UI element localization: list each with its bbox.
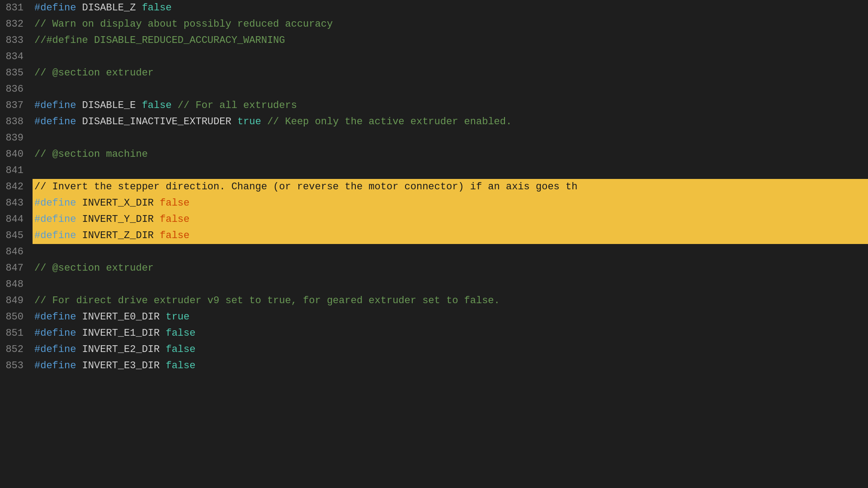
line-content: #define DISABLE_E false // For all extru… bbox=[33, 98, 868, 114]
line-content: // @section machine bbox=[33, 146, 868, 163]
line-number: 845 bbox=[0, 228, 33, 244]
line-content: //#define DISABLE_REDUCED_ACCURACY_WARNI… bbox=[33, 33, 868, 49]
code-line: 846 bbox=[0, 244, 868, 260]
code-line: 832// Warn on display about possibly red… bbox=[0, 16, 868, 33]
line-number: 834 bbox=[0, 49, 33, 65]
code-line: 849// For direct drive extruder v9 set t… bbox=[0, 293, 868, 309]
line-number: 836 bbox=[0, 81, 33, 98]
code-editor[interactable]: 831#define DISABLE_Z false832// Warn on … bbox=[0, 0, 868, 488]
line-content: #define INVERT_X_DIR false bbox=[33, 195, 868, 211]
code-line: 845#define INVERT_Z_DIR false bbox=[0, 228, 868, 244]
code-line: 843#define INVERT_X_DIR false bbox=[0, 195, 868, 211]
code-line: 837#define DISABLE_E false // For all ex… bbox=[0, 98, 868, 114]
code-line: 831#define DISABLE_Z false bbox=[0, 0, 868, 16]
line-number: 840 bbox=[0, 146, 33, 163]
code-line: 847// @section extruder bbox=[0, 260, 868, 277]
code-line: 851#define INVERT_E1_DIR false bbox=[0, 325, 868, 342]
line-number: 831 bbox=[0, 0, 33, 16]
line-content: #define INVERT_E2_DIR false bbox=[33, 342, 868, 358]
line-number: 839 bbox=[0, 130, 33, 146]
code-line: 836 bbox=[0, 81, 868, 98]
line-number: 853 bbox=[0, 358, 33, 374]
code-line: 839 bbox=[0, 130, 868, 146]
line-content: // Invert the stepper direction. Change … bbox=[33, 179, 868, 195]
code-line: 841 bbox=[0, 163, 868, 179]
line-number: 844 bbox=[0, 211, 33, 228]
line-content: // For direct drive extruder v9 set to t… bbox=[33, 293, 868, 309]
line-content: #define DISABLE_Z false bbox=[33, 0, 868, 16]
line-number: 849 bbox=[0, 293, 33, 309]
line-number: 833 bbox=[0, 33, 33, 49]
line-number: 852 bbox=[0, 342, 33, 358]
line-content: // @section extruder bbox=[33, 260, 868, 277]
line-number: 842 bbox=[0, 179, 33, 195]
line-content: // @section extruder bbox=[33, 65, 868, 81]
line-content: // Warn on display about possibly reduce… bbox=[33, 16, 868, 33]
line-content: #define DISABLE_INACTIVE_EXTRUDER true /… bbox=[33, 114, 868, 130]
code-line: 835// @section extruder bbox=[0, 65, 868, 81]
line-content: #define INVERT_E0_DIR true bbox=[33, 309, 868, 325]
line-number: 832 bbox=[0, 16, 33, 33]
line-number: 847 bbox=[0, 260, 33, 277]
line-number: 838 bbox=[0, 114, 33, 130]
code-line: 833//#define DISABLE_REDUCED_ACCURACY_WA… bbox=[0, 33, 868, 49]
code-line: 834 bbox=[0, 49, 868, 65]
code-line: 850#define INVERT_E0_DIR true bbox=[0, 309, 868, 325]
code-line: 852#define INVERT_E2_DIR false bbox=[0, 342, 868, 358]
line-number: 843 bbox=[0, 195, 33, 211]
line-number: 841 bbox=[0, 163, 33, 179]
code-line: 842// Invert the stepper direction. Chan… bbox=[0, 179, 868, 195]
line-number: 851 bbox=[0, 325, 33, 342]
line-number: 850 bbox=[0, 309, 33, 325]
code-line: 840// @section machine bbox=[0, 146, 868, 163]
line-number: 835 bbox=[0, 65, 33, 81]
line-content: #define INVERT_E3_DIR false bbox=[33, 358, 868, 374]
code-line: 853#define INVERT_E3_DIR false bbox=[0, 358, 868, 374]
line-content: #define INVERT_Y_DIR false bbox=[33, 211, 868, 228]
line-content: #define INVERT_E1_DIR false bbox=[33, 325, 868, 342]
line-content: #define INVERT_Z_DIR false bbox=[33, 228, 868, 244]
code-line: 838#define DISABLE_INACTIVE_EXTRUDER tru… bbox=[0, 114, 868, 130]
line-number: 837 bbox=[0, 98, 33, 114]
code-line: 848 bbox=[0, 277, 868, 293]
line-number: 846 bbox=[0, 244, 33, 260]
code-line: 844#define INVERT_Y_DIR false bbox=[0, 211, 868, 228]
line-number: 848 bbox=[0, 277, 33, 293]
